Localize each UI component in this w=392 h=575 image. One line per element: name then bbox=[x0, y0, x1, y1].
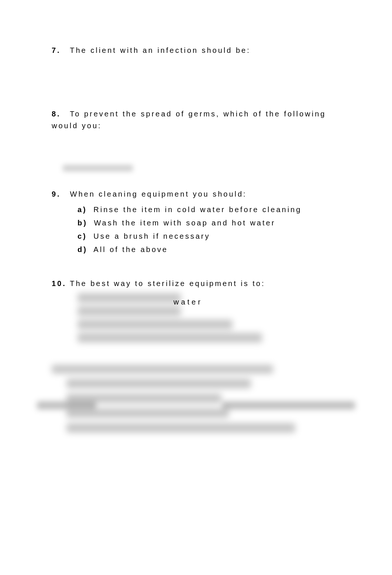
question-8: 8. To prevent the spread of germs, which… bbox=[52, 108, 340, 132]
question-9-option-a: a) Rinse the item in cold water before c… bbox=[78, 204, 340, 215]
content-area: 7. The client with an infection should b… bbox=[52, 44, 340, 438]
question-11-obscured bbox=[52, 365, 340, 433]
question-9: 9. When cleaning equipment you should: a… bbox=[52, 188, 340, 255]
question-10-text: The best way to sterilize equipment is t… bbox=[70, 279, 265, 288]
option-text: Wash the item with soap and hot water bbox=[94, 219, 275, 227]
question-8-number: 8. bbox=[52, 108, 66, 120]
obscured-option bbox=[66, 423, 295, 433]
obscured-content bbox=[78, 306, 181, 316]
question-9-text: When cleaning equipment you should: bbox=[70, 190, 247, 198]
option-letter: b) bbox=[78, 219, 87, 227]
obscured-option bbox=[78, 320, 233, 329]
option-letter: a) bbox=[78, 205, 87, 214]
obscured-option bbox=[66, 379, 251, 388]
option-text: All of the above bbox=[93, 245, 168, 254]
visible-word-water: water bbox=[173, 296, 203, 308]
document-page: 7. The client with an infection should b… bbox=[0, 0, 392, 575]
obscured-question-stem bbox=[52, 365, 273, 374]
footer-right-obscured bbox=[222, 401, 355, 409]
obscured-option bbox=[78, 293, 181, 303]
question-7: 7. The client with an infection should b… bbox=[52, 44, 340, 56]
option-text: Use a brush if necessary bbox=[93, 232, 210, 240]
question-7-text: The client with an infection should be: bbox=[70, 46, 251, 54]
option-text: Rinse the item in cold water before clea… bbox=[93, 205, 302, 214]
obscured-option bbox=[78, 333, 262, 343]
obscured-content bbox=[63, 165, 133, 171]
question-9-number: 9. bbox=[52, 188, 66, 200]
question-9-options: a) Rinse the item in cold water before c… bbox=[78, 204, 340, 255]
question-9-option-b: b) Wash the item with soap and hot water bbox=[78, 217, 340, 229]
footer-obscured bbox=[37, 401, 355, 416]
question-7-number: 7. bbox=[52, 44, 66, 56]
question-9-option-d: d) All of the above bbox=[78, 244, 340, 255]
question-10: 10. The best way to sterilize equipment … bbox=[52, 278, 340, 343]
question-10-number: 10. bbox=[52, 278, 66, 289]
question-10-options-obscured: water bbox=[78, 293, 340, 343]
option-letter: d) bbox=[78, 245, 87, 254]
question-8-text: To prevent the spread of germs, which of… bbox=[52, 110, 326, 130]
option-letter: c) bbox=[78, 232, 87, 240]
question-9-option-c: c) Use a brush if necessary bbox=[78, 230, 340, 242]
obscured-option: water bbox=[78, 306, 340, 316]
footer-left-obscured bbox=[37, 401, 96, 409]
